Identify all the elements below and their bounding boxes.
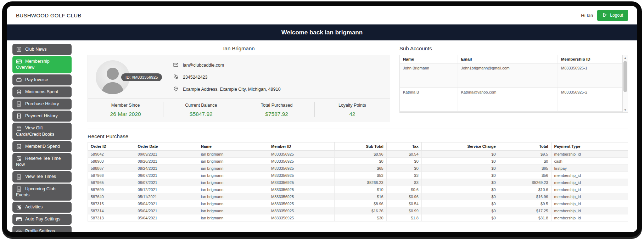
- table-cell: M833356925: [268, 151, 334, 158]
- table-cell: Katrina B: [400, 88, 458, 112]
- table-cell: ian brigmann: [198, 193, 268, 200]
- list-add-icon: [16, 204, 22, 210]
- sidebar-item-pay-invoice[interactable]: Pay Invoice: [12, 74, 72, 85]
- table-row: 58796506/07/2021ian brigmannM833356925$5…: [88, 179, 628, 186]
- sub-accounts-column: Sub Accounts NameEmailMembership ID John…: [399, 43, 628, 122]
- sidebar-item-payment-history[interactable]: Payment History: [12, 111, 72, 122]
- sidebar-item-view-tee-times[interactable]: View Tee Times: [12, 171, 72, 182]
- sidebar-item-club-news[interactable]: Club News: [12, 44, 72, 55]
- table-cell: $56: [499, 172, 551, 179]
- table-cell: 05/04/2021: [135, 200, 198, 207]
- table-cell: $16: [335, 193, 386, 200]
- sidebar-item-reserve-tee-time-now[interactable]: Reserve Tee Time Now: [12, 153, 72, 170]
- table-cell: membership_id: [551, 179, 628, 186]
- table-row: 58731505/04/2021ian brigmannM833356925$8…: [88, 200, 628, 207]
- table-cell: M833356925: [268, 158, 334, 165]
- sidebar-item-label: Auto Pay Settings: [25, 217, 60, 222]
- sub-accounts-scrollbar[interactable]: ▲ ▼: [622, 55, 628, 112]
- table-cell: $31.8: [499, 214, 551, 222]
- table-cell: 587966: [88, 172, 135, 179]
- table-cell: M833356925: [268, 186, 334, 193]
- sidebar-item-label: Activities: [25, 204, 43, 209]
- sidebar-item-profile-settings[interactable]: Profile Settings: [12, 226, 72, 232]
- table-cell: 06/07/2021: [135, 172, 198, 179]
- stat-label: Member Since: [88, 103, 163, 108]
- doc-chart-icon: [16, 186, 22, 192]
- sidebar-item-membership-overview[interactable]: Membership Overview: [12, 56, 72, 73]
- sidebar-item-memberid-spend[interactable]: MemberID Spend: [12, 141, 72, 152]
- top-bar-right: Hi Ian Logout: [581, 10, 628, 21]
- user-greeting: Hi Ian: [581, 13, 593, 18]
- member-name-title: Ian Brigmann: [88, 45, 390, 51]
- logout-button[interactable]: Logout: [597, 10, 628, 21]
- table-cell: $0: [421, 172, 499, 179]
- sidebar-item-minimums-spent[interactable]: Minimums Spent: [12, 86, 72, 97]
- top-bar: BUSHWOOD GOLF CLUB Hi Ian Logout: [7, 6, 637, 24]
- sidebar-item-auto-pay-settings[interactable]: Auto Pay Settings: [12, 214, 72, 225]
- scrollbar-thumb[interactable]: [623, 61, 627, 92]
- table-cell: membership_id: [551, 172, 628, 179]
- sidebar-item-view-gift-cards-credit-books[interactable]: View Gift Cards/Credit Books: [12, 123, 72, 140]
- phone-value: 2345242423: [183, 75, 208, 80]
- table-cell: 587699: [88, 186, 135, 193]
- column-header-email: Email: [458, 55, 558, 63]
- scroll-down-arrow[interactable]: ▼: [623, 107, 628, 112]
- table-cell: 587965: [88, 179, 135, 186]
- table-cell: membership_id: [551, 200, 628, 207]
- coins-icon: [16, 89, 22, 95]
- table-cell: 05/04/2021: [135, 207, 198, 214]
- table-cell: M833356925: [268, 165, 334, 172]
- table-row: 58886708/24/2021ian brigmannM833356925$6…: [88, 165, 628, 172]
- address-value: Example Address, Example City, Michigan,…: [183, 87, 281, 92]
- table-cell: $9.5: [499, 151, 551, 158]
- table-cell: $0: [421, 214, 499, 222]
- table-cell: M833356925: [268, 214, 334, 222]
- table-cell: $16.26: [335, 207, 386, 214]
- profile-top-row: ID: #M833356925 ian@clubcaddie.com: [88, 55, 390, 99]
- table-cell: $9.5: [499, 200, 551, 207]
- table-cell: John1brigmann@gmail.com: [458, 63, 558, 88]
- contact-info-list: ian@clubcaddie.com 2345242423 Example Ad…: [173, 62, 281, 93]
- table-cell: M833356925-1: [558, 63, 622, 88]
- scroll-up-arrow[interactable]: ▲: [623, 55, 628, 60]
- stat-label: Total Purchased: [239, 103, 314, 108]
- table-cell: $8.96: [335, 151, 386, 158]
- gift-icon: [16, 125, 22, 131]
- phone-icon: [173, 74, 179, 81]
- table-row: 58890308/26/2021ian brigmannM833356925$0…: [88, 158, 628, 165]
- table-cell: $0: [421, 186, 499, 193]
- column-header-member-id: Member ID: [268, 142, 334, 151]
- member-profile-card: ID: #M833356925 ian@clubcaddie.com: [88, 55, 390, 122]
- stat-current-balance: Current Balance$5847.92: [163, 102, 239, 117]
- table-cell: firstpay: [551, 165, 628, 172]
- table-cell: $65: [499, 165, 551, 172]
- member-id-badge: ID: #M833356925: [121, 73, 162, 81]
- screenshot-stage: BUSHWOOD GOLF CLUB Hi Ian Logout Welcome…: [0, 0, 644, 241]
- sidebar-item-label: Purchase History: [25, 101, 59, 106]
- table-cell: membership_id: [551, 207, 628, 214]
- sub-accounts-table: NameEmailMembership ID John BrigmannJohn…: [400, 55, 622, 112]
- table-cell: 09/09/2021: [135, 151, 198, 158]
- table-cell: membership_id: [551, 151, 628, 158]
- table-cell: $30: [335, 214, 386, 222]
- sidebar-item-activities[interactable]: Activities: [12, 202, 72, 213]
- table-cell: 05/12/2021: [135, 186, 198, 193]
- table-cell: $65: [335, 165, 386, 172]
- sub-accounts-table-wrap: NameEmailMembership ID John BrigmannJohn…: [399, 55, 628, 113]
- sidebar-item-label: View Tee Times: [25, 174, 56, 179]
- recent-purchase-table: Order IDOrder DateNameMember IDSub Total…: [88, 142, 628, 222]
- table-row: 58769905/12/2021ian brigmannM833356925$1…: [88, 186, 628, 193]
- table-cell: $0.99: [386, 207, 421, 214]
- purchase-header-row: Order IDOrder DateNameMember IDSub Total…: [88, 142, 628, 151]
- id-card-icon: [16, 58, 22, 65]
- stat-total-purchased: Total Purchased$7587.92: [239, 102, 314, 117]
- doc-chart-icon: [16, 101, 22, 107]
- sidebar-item-upcoming-club-events[interactable]: Upcoming Club Events: [12, 184, 72, 201]
- table-cell: ian brigmann: [198, 200, 268, 207]
- sidebar-item-label: Club News: [25, 47, 46, 52]
- sidebar-item-purchase-history[interactable]: Purchase History: [12, 99, 72, 110]
- recent-purchase-section: Recent Purchase Order IDOrder DateNameMe…: [88, 133, 628, 222]
- stat-value: $7587.92: [239, 111, 314, 117]
- logout-label: Logout: [610, 13, 623, 18]
- table-cell: $0.54: [386, 200, 421, 207]
